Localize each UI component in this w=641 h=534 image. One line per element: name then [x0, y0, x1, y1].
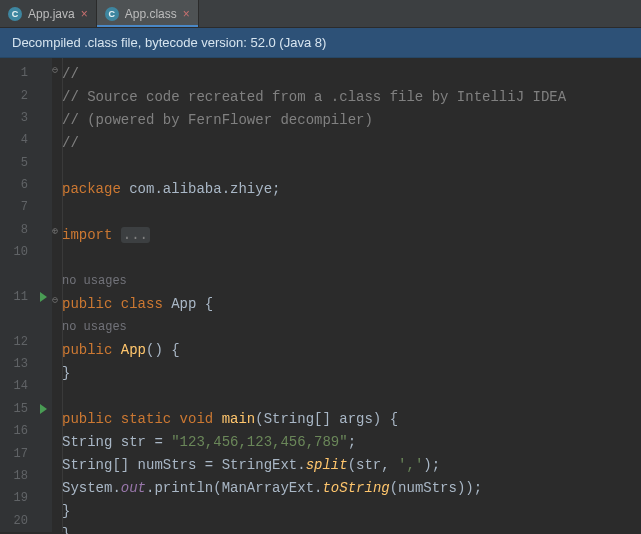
line-number: 6: [0, 178, 34, 192]
run-gutter-icon[interactable]: [34, 292, 52, 302]
banner-text: Decompiled .class file, bytecode version…: [12, 35, 326, 50]
line-number: 12: [0, 335, 34, 349]
line-number: 20: [0, 514, 34, 528]
code-line: [52, 246, 641, 269]
java-class-icon: C: [8, 7, 22, 21]
code-line: ⊖//: [52, 62, 641, 85]
decompiled-banner: Decompiled .class file, bytecode version…: [0, 28, 641, 58]
line-number: 13: [0, 357, 34, 371]
code-line: public App() {: [52, 338, 641, 361]
line-number: 17: [0, 447, 34, 461]
line-number: 15: [0, 402, 34, 416]
line-number: 7: [0, 200, 34, 214]
code-line: String str = "123,456,123,456,789";: [52, 430, 641, 453]
line-number: 10: [0, 245, 34, 259]
line-number: 18: [0, 469, 34, 483]
code-line: }: [52, 361, 641, 384]
code-line: ⊖public class App {: [52, 292, 641, 315]
line-number: 11: [0, 290, 34, 304]
fold-icon[interactable]: ⊖: [52, 66, 61, 75]
line-number: 14: [0, 379, 34, 393]
code-line: // Source code recreated from a .class f…: [52, 85, 641, 108]
tab-app-java[interactable]: C App.java ×: [0, 0, 97, 27]
line-number: 3: [0, 111, 34, 125]
code-line: }: [52, 499, 641, 522]
inlay-hint: no usages: [52, 315, 641, 338]
code-line: package com.alibaba.zhiye;: [52, 177, 641, 200]
java-class-icon: C: [105, 7, 119, 21]
code-line: //: [52, 131, 641, 154]
code-area[interactable]: ⊖// // Source code recreated from a .cla…: [52, 58, 641, 532]
fold-icon[interactable]: ⊕: [52, 227, 61, 236]
line-number: 5: [0, 156, 34, 170]
tab-app-class[interactable]: C App.class ×: [97, 0, 199, 27]
tab-bar: C App.java × C App.class ×: [0, 0, 641, 28]
inlay-hint: no usages: [52, 269, 641, 292]
tab-label: App.java: [28, 7, 75, 21]
code-line: // (powered by FernFlower decompiler): [52, 108, 641, 131]
line-number: 19: [0, 491, 34, 505]
code-line: System.out.println(ManArrayExt.toString(…: [52, 476, 641, 499]
tab-label: App.class: [125, 7, 177, 21]
line-number: 2: [0, 89, 34, 103]
code-line: [52, 154, 641, 177]
run-gutter-icon[interactable]: [34, 404, 52, 414]
line-number: 1: [0, 66, 34, 80]
gutter[interactable]: 1 2 3 4 5 6 7 8 10 11 12 13 14 15 16 17 …: [0, 58, 52, 532]
close-icon[interactable]: ×: [81, 8, 88, 20]
line-number: 4: [0, 133, 34, 147]
editor: 1 2 3 4 5 6 7 8 10 11 12 13 14 15 16 17 …: [0, 58, 641, 532]
code-line: [52, 200, 641, 223]
active-tab-indicator: [97, 25, 198, 27]
line-number: 16: [0, 424, 34, 438]
code-line: [52, 384, 641, 407]
line-number: 8: [0, 223, 34, 237]
close-icon[interactable]: ×: [183, 8, 190, 20]
code-line: String[] numStrs = StringExt.split(str, …: [52, 453, 641, 476]
fold-icon[interactable]: ⊖: [52, 296, 61, 305]
code-line: ⊕import ...: [52, 223, 641, 246]
folded-region[interactable]: ...: [121, 227, 150, 243]
code-line: public static void main(String[] args) {: [52, 407, 641, 430]
code-line: }: [52, 522, 641, 534]
